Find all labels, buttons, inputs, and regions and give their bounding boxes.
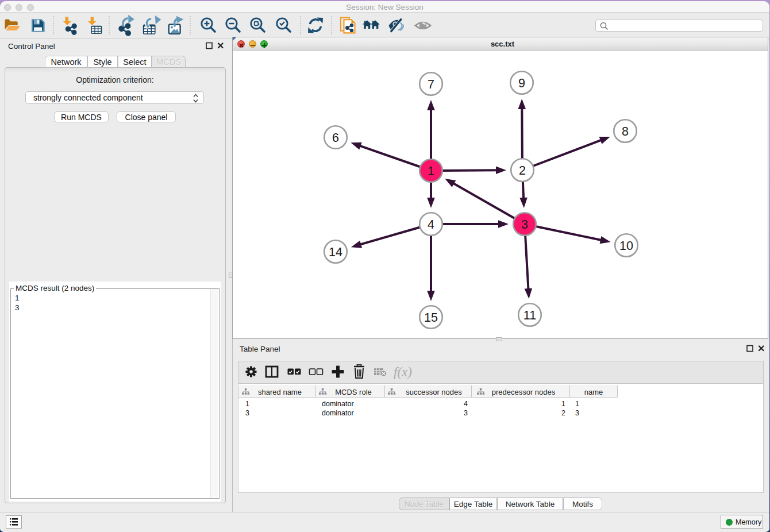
svg-text:6: 6 bbox=[332, 131, 339, 145]
svg-text:14: 14 bbox=[329, 245, 342, 259]
svg-text:name: name bbox=[584, 388, 603, 396]
svg-text:15: 15 bbox=[424, 311, 438, 325]
svg-text:4: 4 bbox=[428, 218, 434, 232]
svg-text:successor nodes: successor nodes bbox=[406, 388, 462, 396]
svg-text:8: 8 bbox=[622, 125, 629, 138]
svg-text:shared name: shared name bbox=[258, 388, 302, 396]
svg-text:predecessor nodes: predecessor nodes bbox=[492, 388, 556, 396]
svg-text:1: 1 bbox=[428, 164, 434, 178]
svg-text:f(x): f(x) bbox=[394, 365, 412, 379]
svg-text:3: 3 bbox=[521, 218, 528, 232]
svg-text:11: 11 bbox=[523, 309, 536, 322]
svg-text:MCDS role: MCDS role bbox=[335, 388, 372, 396]
svg-text:10: 10 bbox=[619, 239, 633, 253]
svg-text:7: 7 bbox=[428, 78, 434, 91]
svg-text:9: 9 bbox=[518, 76, 525, 90]
svg-text:2: 2 bbox=[519, 164, 526, 178]
